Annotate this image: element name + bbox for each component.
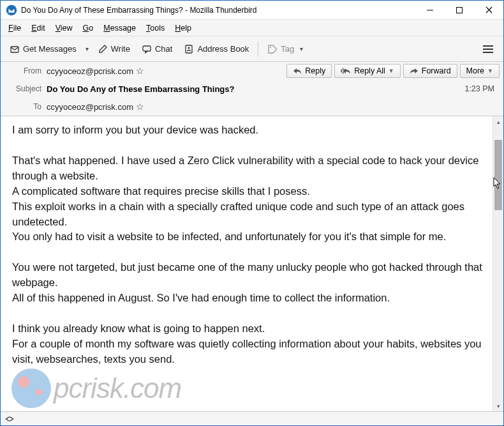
body-paragraph: For a couple of month my software was qu…: [12, 337, 482, 367]
menu-bar: File Edit View Go Message Tools Help: [1, 20, 503, 36]
reply-all-icon: [341, 67, 351, 75]
body-paragraph: All of this happened in August. So I've …: [12, 291, 482, 306]
svg-point-13: [6, 418, 8, 420]
vertical-scrollbar[interactable]: ▴ ▾: [493, 116, 503, 411]
menu-message[interactable]: Message: [98, 22, 141, 34]
svg-rect-7: [186, 45, 192, 53]
write-button[interactable]: Write: [93, 42, 135, 57]
body-paragraph: I am sorry to inform you but your device…: [12, 123, 482, 138]
svg-point-0: [6, 4, 17, 15]
minimize-button[interactable]: [415, 1, 445, 20]
pencil-icon: [98, 44, 108, 54]
toolbar-separator: [258, 42, 258, 57]
body-paragraph: You only had to visit a website to be in…: [12, 229, 482, 245]
status-bar: [1, 411, 503, 425]
svg-rect-6: [143, 46, 151, 51]
chat-icon: [142, 44, 152, 54]
toolbar: Get Messages ▾ Write Chat Address Book T…: [1, 36, 503, 62]
menu-go[interactable]: Go: [78, 22, 99, 34]
scroll-down-arrow[interactable]: ▾: [493, 400, 503, 411]
scroll-up-arrow[interactable]: ▴: [493, 116, 503, 127]
message-body: I am sorry to inform you but your device…: [1, 116, 493, 411]
body-paragraph: I think you already know what is going t…: [12, 321, 482, 337]
body-paragraph: A complicated software that requires pre…: [12, 184, 482, 199]
window-title: Do You Do Any of These Embarrassing Thin…: [21, 6, 257, 15]
subject-value: Do You Do Any of These Embarrassing Thin…: [47, 84, 234, 94]
from-label: From: [4, 66, 41, 75]
tag-icon: [267, 44, 278, 54]
connection-icon: [4, 415, 15, 423]
star-icon[interactable]: ☆: [136, 102, 144, 112]
address-book-icon: [184, 44, 194, 54]
svg-point-8: [188, 47, 190, 49]
thunderbird-icon: [6, 4, 17, 16]
forward-icon: [410, 67, 419, 75]
scroll-thumb[interactable]: [494, 140, 502, 210]
scroll-track[interactable]: [493, 127, 503, 400]
maximize-button[interactable]: [445, 1, 474, 20]
app-menu-button[interactable]: [477, 42, 500, 56]
body-paragraph: That's what happened. I have used a Zero…: [12, 153, 482, 184]
download-icon: [10, 44, 20, 54]
reply-icon: [293, 67, 302, 75]
subject-label: Subject: [4, 84, 41, 93]
menu-help[interactable]: Help: [170, 22, 196, 34]
chat-button[interactable]: Chat: [137, 42, 177, 57]
svg-point-9: [270, 47, 271, 48]
menu-edit[interactable]: Edit: [26, 22, 50, 34]
more-button[interactable]: More ▼: [460, 64, 500, 78]
reply-button[interactable]: Reply: [286, 64, 332, 78]
title-bar: Do You Do Any of These Embarrassing Thin…: [1, 1, 503, 20]
tag-dropdown-icon: ▾: [297, 45, 306, 52]
svg-point-14: [12, 418, 14, 420]
body-paragraph: You were not targeted, but just became o…: [12, 260, 482, 291]
from-value[interactable]: ccyyoceoz@pcrisk.com ☆: [47, 66, 144, 76]
forward-button[interactable]: Forward: [403, 64, 457, 78]
menu-tools[interactable]: Tools: [141, 22, 170, 34]
message-header: From ccyyoceoz@pcrisk.com ☆ Reply Reply …: [1, 62, 503, 116]
address-book-button[interactable]: Address Book: [179, 42, 254, 57]
body-paragraph: This exploit works in a chain with a spe…: [12, 199, 482, 230]
close-button[interactable]: [474, 1, 503, 20]
menu-file[interactable]: File: [3, 22, 26, 34]
to-label: To: [4, 102, 41, 111]
menu-view[interactable]: View: [50, 22, 78, 34]
get-messages-button[interactable]: Get Messages: [4, 42, 82, 57]
reply-all-button[interactable]: Reply All ▼: [334, 64, 401, 78]
hamburger-icon: [483, 45, 493, 54]
message-time: 1:23 PM: [464, 84, 500, 93]
svg-rect-2: [457, 7, 463, 13]
get-messages-dropdown[interactable]: ▾: [83, 45, 91, 52]
star-icon[interactable]: ☆: [136, 66, 144, 76]
tag-button[interactable]: Tag ▾: [262, 42, 311, 57]
to-value[interactable]: ccyyoceoz@pcrisk.com ☆: [47, 102, 144, 112]
